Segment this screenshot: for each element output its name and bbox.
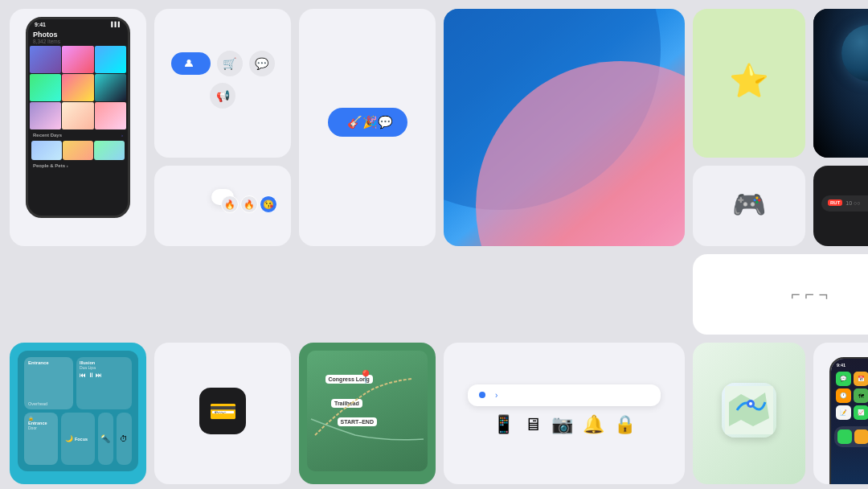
dock-1 <box>837 429 852 444</box>
svg-point-3 <box>749 402 752 405</box>
hidden-bracket-2: ¬ <box>818 286 828 303</box>
app-calendar: 📅 <box>854 372 868 386</box>
app-stocks: 📈 <box>854 405 868 420</box>
lock-icon: 🔒 <box>614 414 636 435</box>
hiking-card: Congress Long Trailhead START–END 📍 <box>299 343 436 484</box>
app-maps: 🗺 <box>854 388 868 403</box>
app-messages: 💬 <box>836 372 851 386</box>
photos-card: 9:41 ▌▌▌ Photos 8,342 Items <box>10 9 146 246</box>
media-icon: 📷 <box>551 414 573 435</box>
gamemode-card: 🎮 <box>693 166 805 246</box>
sendlater-chevron: › <box>495 391 497 400</box>
ios-card <box>444 9 685 246</box>
wallet-icon: 💳 <box>199 388 246 434</box>
locked-hidden-card: ⌐ ⌐ ¬ <box>693 254 868 335</box>
screen-icon: 🖥 <box>524 414 542 435</box>
largeicons-card <box>693 343 805 484</box>
reminders-card: RUT 10 ○○ <box>813 166 868 246</box>
rockstar-emoji: 🎸🎉💬 <box>347 115 393 129</box>
locked-bracket-1: ⌐ <box>791 286 800 303</box>
app-notes: 📝 <box>836 405 851 420</box>
dock-2 <box>854 429 868 444</box>
cart-btn[interactable]: 🛒 <box>217 51 243 76</box>
mind-star-icon: ⭐ <box>729 62 769 100</box>
maps-large-icon <box>722 383 776 438</box>
app-clock: 🕐 <box>836 388 851 403</box>
phone-icon: 📱 <box>493 414 514 435</box>
person-icon <box>184 59 194 68</box>
wallet-card: 💳 <box>154 343 291 484</box>
hidden-bracket-1: ⌐ <box>805 286 814 303</box>
reminder-badge: RUT <box>828 199 842 206</box>
rockstar-msg: 🎸🎉💬 <box>328 108 407 137</box>
maps-svg <box>725 386 773 434</box>
promo-btn[interactable]: 📢 <box>210 83 235 109</box>
sendlater-dot <box>479 392 485 398</box>
reaction-fire1: 🔥 <box>221 195 239 213</box>
satellite-card <box>813 9 868 158</box>
mail-card: 🛒 💬 📢 <box>154 9 291 158</box>
map-roads-svg <box>307 351 428 471</box>
primary-btn[interactable] <box>171 52 211 75</box>
reminder-time: 10 ○○ <box>845 200 860 206</box>
earth-icon <box>841 25 868 81</box>
gamepad-icon: 🎮 <box>732 188 766 220</box>
reaction-fire2: 🔥 <box>240 195 258 213</box>
msg-btn[interactable]: 💬 <box>249 51 275 76</box>
textfx-card: 🎸🎉💬 <box>299 9 436 246</box>
cc-card: Entrance Overhead Illusion Dua Lipa ⏮ ⏸ … <box>10 343 146 484</box>
mind-card: ⭐ <box>693 9 805 158</box>
clock-icon: 🔔 <box>583 414 604 435</box>
homescreen-card: 9:41 ▌▌▌ 💬 📅 🌷 📷 🕐 🗺 🌤 ✅ 📝 📈 <box>813 343 868 484</box>
reaction-kiss: 😘 <box>260 195 277 213</box>
emoji-tapbacks-card: 🔥 🔥 😘 <box>154 166 291 246</box>
sendlater-card: › 📱 🖥 📷 🔔 🔒 <box>444 343 685 484</box>
